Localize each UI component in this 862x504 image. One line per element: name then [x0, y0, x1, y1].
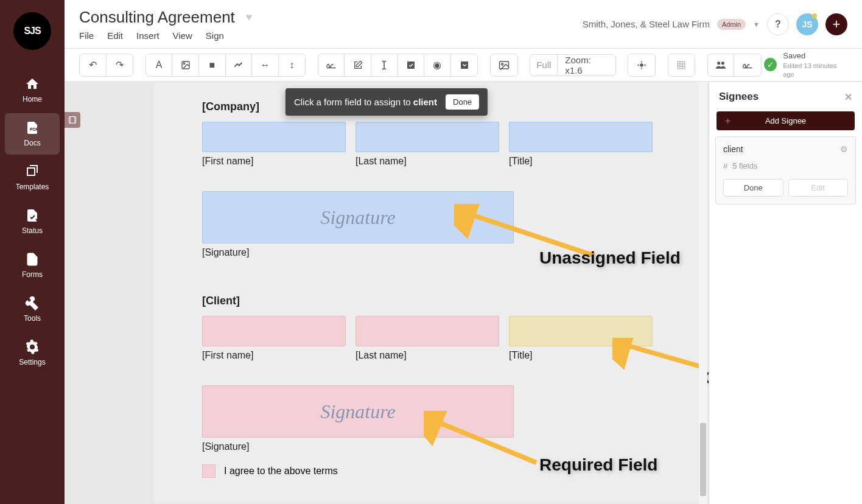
document-page: [Company] [First name] [Last name] [Titl…	[153, 82, 701, 502]
nav-tools[interactable]: Tools	[5, 289, 60, 330]
company-signature-field[interactable]: Signature	[202, 191, 514, 243]
client-firstname-field[interactable]	[202, 316, 346, 346]
sign-tool[interactable]	[734, 54, 761, 76]
nav-label: Templates	[16, 183, 49, 191]
initials-icon	[742, 61, 753, 69]
nav-templates[interactable]: Templates	[5, 157, 60, 198]
field-label: [First name]	[202, 156, 346, 167]
left-sidebar: SJS Home PDF Docs Templates Status Forms…	[0, 0, 65, 504]
chevron-down-icon[interactable]: ▼	[753, 21, 760, 28]
help-button[interactable]: ?	[767, 13, 789, 35]
nav-status[interactable]: Status	[5, 201, 60, 242]
signee-field-count: 5 fields	[732, 161, 757, 170]
svg-point-11	[721, 61, 724, 65]
table-tool[interactable]	[668, 54, 695, 76]
field-label: [Signature]	[202, 441, 653, 452]
image-tool[interactable]	[172, 54, 199, 76]
menu-view[interactable]: View	[173, 30, 192, 41]
signee-name: client	[723, 144, 743, 154]
firm-name: Smith, Jones, & Steel Law Firm	[583, 19, 710, 29]
signee-edit-button[interactable]: Edit	[788, 179, 849, 197]
menu-sign[interactable]: Sign	[206, 30, 224, 41]
user-avatar[interactable]: JS	[796, 13, 818, 35]
svg-rect-4	[407, 61, 415, 69]
gear-icon[interactable]: ⚙	[840, 144, 848, 154]
text-cursor-icon	[380, 60, 388, 70]
checkbox-label: I agree to the above terms	[224, 466, 338, 477]
svg-rect-9	[678, 61, 685, 69]
home-icon	[25, 77, 40, 91]
field-label: [Last name]	[356, 156, 499, 167]
signees-tool[interactable]	[708, 54, 735, 76]
check-icon: ✓	[764, 58, 777, 71]
assign-target: client	[413, 97, 437, 107]
svg-rect-5	[461, 61, 468, 69]
nav-forms[interactable]: Forms	[5, 245, 60, 286]
checkbox-tool[interactable]	[398, 54, 425, 76]
scrollbar-thumb[interactable]	[700, 423, 706, 496]
text-field-tool[interactable]	[371, 54, 398, 76]
svg-rect-1	[69, 117, 76, 124]
close-icon[interactable]: ✕	[844, 91, 852, 103]
zoom-value: Zoom: x1.6	[558, 55, 615, 75]
menu-edit[interactable]: Edit	[107, 30, 123, 41]
insert-image-tool[interactable]	[491, 54, 517, 76]
side-collapse-tab[interactable]	[65, 112, 80, 128]
radio-tool[interactable]: ◉	[424, 54, 451, 76]
panel-title: Signees	[719, 91, 759, 103]
hash-icon: #	[723, 161, 727, 170]
agree-checkbox[interactable]	[202, 464, 216, 478]
people-icon	[715, 60, 727, 70]
height-tool[interactable]: ↕	[279, 54, 306, 76]
grid-icon	[676, 60, 686, 70]
company-lastname-field[interactable]	[356, 122, 499, 152]
checkbox-icon	[406, 60, 416, 70]
dropdown-tool[interactable]	[451, 54, 478, 76]
logo-text: SJS	[24, 26, 40, 37]
avatar-initials: JS	[802, 19, 812, 29]
signee-done-button[interactable]: Done	[723, 179, 783, 197]
plus-icon: +	[725, 116, 731, 127]
client-title-field[interactable]	[509, 316, 653, 346]
zoom-control[interactable]: Full Zoom: x1.6	[530, 54, 616, 76]
add-signee-button[interactable]: + Add Signee	[717, 111, 855, 130]
edit-field-tool[interactable]	[345, 54, 371, 76]
saved-timestamp: Edited 13 minutes ago	[783, 61, 847, 79]
document-canvas: Click a form field to assign to client D…	[65, 82, 709, 504]
client-signature-field[interactable]: Signature	[202, 385, 514, 438]
target-tool[interactable]	[628, 54, 655, 76]
nav-home[interactable]: Home	[5, 69, 60, 111]
app-logo[interactable]: SJS	[13, 12, 51, 50]
role-badge: Admin	[717, 19, 746, 30]
redo-button[interactable]: ↷	[107, 54, 133, 76]
signature-tool[interactable]	[318, 54, 345, 76]
document-title: Consulting Agreement	[79, 8, 235, 27]
width-tool[interactable]: ↔	[252, 54, 279, 76]
nav-docs[interactable]: PDF Docs	[5, 113, 60, 155]
toolbar: ↶ ↷ A ■ ↔ ↕ ◉ Full Zoom: x1.6 ✓	[65, 49, 862, 82]
nav-settings[interactable]: Settings	[5, 332, 60, 374]
favorite-icon[interactable]: ♥	[246, 11, 253, 24]
top-header: Consulting Agreement ♥ File Edit Insert …	[65, 0, 862, 49]
company-firstname-field[interactable]	[202, 122, 346, 152]
highlight-tool[interactable]	[226, 54, 253, 76]
section-heading-client: [Client]	[202, 295, 653, 307]
nav-label: Status	[22, 226, 43, 235]
status-icon	[25, 208, 40, 223]
text-tool[interactable]: A	[146, 54, 173, 76]
signee-card: client ⚙ # 5 fields Done Edit	[715, 136, 856, 205]
company-title-field[interactable]	[509, 122, 653, 152]
client-lastname-field[interactable]	[356, 316, 499, 346]
add-button[interactable]: +	[825, 13, 847, 35]
zoom-full-label[interactable]: Full	[530, 55, 558, 75]
shape-tool[interactable]: ■	[199, 54, 226, 76]
locate-icon	[637, 60, 646, 70]
assign-done-button[interactable]: Done	[446, 94, 479, 110]
menu-file[interactable]: File	[79, 30, 94, 41]
image-icon	[181, 60, 191, 70]
signature-placeholder: Signature	[320, 206, 395, 229]
vertical-scrollbar[interactable]	[699, 82, 707, 504]
menu-insert[interactable]: Insert	[136, 30, 159, 41]
film-icon	[68, 115, 77, 125]
undo-button[interactable]: ↶	[80, 54, 107, 76]
